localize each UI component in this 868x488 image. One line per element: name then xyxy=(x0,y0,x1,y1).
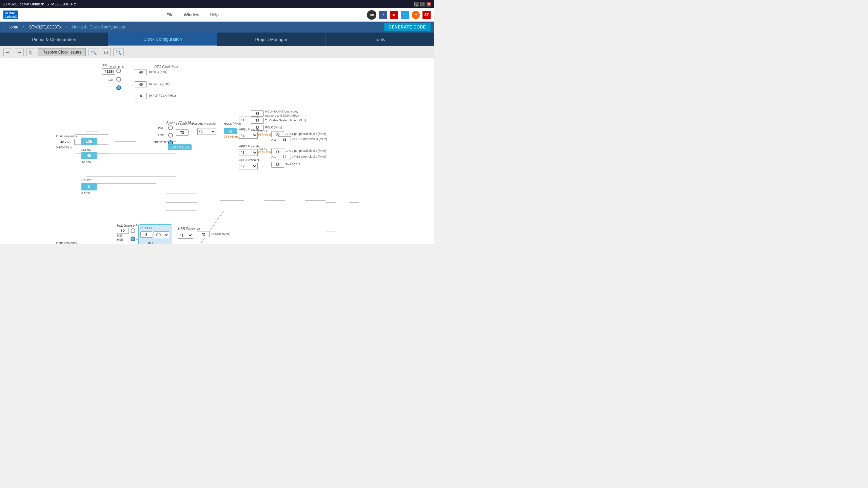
to-flitfclk-box[interactable]: 8 xyxy=(135,93,147,99)
apb1-timer-x2: X 2 xyxy=(271,138,276,141)
cortex-label: To Cortex System timer (MHz) xyxy=(265,119,306,122)
undo-button[interactable]: ↩ xyxy=(3,48,12,56)
main-content: RTC Clock Mux Input frequency 32.768 0-1… xyxy=(0,58,434,244)
adc-box[interactable]: 36 xyxy=(271,162,284,168)
lsi-rc-label: LSI RC xyxy=(81,148,91,151)
hsi-mhz: 8 MHz xyxy=(81,191,90,195)
sys-mux-hse[interactable] xyxy=(168,133,173,138)
window-controls[interactable]: _ □ ✕ xyxy=(414,2,431,6)
pll-mul-value[interactable]: 8 xyxy=(140,231,152,238)
to-flitfclk-label: To FLITFCLK (MHz) xyxy=(149,94,176,97)
window-title: STM32CubeMX Untitled*: STM32F103C8Tx xyxy=(3,2,76,6)
refresh-button[interactable]: ↻ xyxy=(26,48,35,56)
apb1-prescaler-label: APB1 Prescaler xyxy=(239,128,261,131)
hclk-label: HCLK (MHz) xyxy=(224,122,241,125)
resolve-clock-button[interactable]: Resolve Clock Issues xyxy=(38,48,86,56)
lsi-rc-box: 40 xyxy=(81,152,97,159)
hsi-pll-label: HSI xyxy=(117,234,122,237)
usb-label: To USB (MHz) xyxy=(211,232,231,236)
title-bar: STM32CubeMX Untitled*: STM32F103C8Tx _ □… xyxy=(0,0,434,8)
apb2-timer-x1: X 1 xyxy=(271,155,276,158)
help-menu[interactable]: Help xyxy=(210,12,219,17)
rtc-mux-label: RTC Clock Mux xyxy=(154,65,178,69)
stm32-logo: STM32CubeMX xyxy=(3,11,18,19)
enable-css-button[interactable]: Enable CSS xyxy=(168,144,192,150)
tab-bar: Pinout & Configuration Clock Configurati… xyxy=(0,33,434,46)
chip-breadcrumb[interactable]: STM32F103C8Tx xyxy=(25,23,65,31)
hsi-sys-label: HSI xyxy=(158,126,163,129)
apb1-prescaler-select[interactable]: / 2 xyxy=(239,132,258,139)
lse-freq-input[interactable]: 32.768 xyxy=(56,139,75,145)
rtc-lsi-label: LSI xyxy=(108,78,113,81)
st-icon[interactable]: ST xyxy=(422,11,431,19)
usb-out-box[interactable]: 72 xyxy=(197,231,210,237)
fclk-label: FCLK (MHz) xyxy=(265,126,282,129)
redo-button[interactable]: ↪ xyxy=(15,48,24,56)
apb1-periph-label: APB1 peripheral clocks (MHz) xyxy=(285,132,326,136)
zoom-in-button[interactable]: 🔍 xyxy=(88,48,99,56)
facebook-icon[interactable]: f xyxy=(379,11,387,19)
usb-prescaler-label: USB Prescaler xyxy=(178,227,200,231)
menu-bar: STM32CubeMX File Window Help 10) f ▶ 🐦 ✦… xyxy=(0,8,434,22)
to-iwdg-box[interactable]: 40 xyxy=(135,81,147,87)
hse-input-freq-label: Input frequency xyxy=(56,241,77,244)
hclk-ahb-box[interactable]: 72 xyxy=(251,110,264,117)
apb1-timer-box[interactable]: 72 xyxy=(278,136,291,142)
pll-box: *PLLMul 8 X 9 PLL xyxy=(138,224,172,244)
apb1-timer-label: APB1 Timer clocks (MHz) xyxy=(292,137,327,141)
diagram-lines xyxy=(54,62,380,244)
window-menu[interactable]: Window xyxy=(184,12,199,17)
hclk-box[interactable]: 72 xyxy=(224,128,237,134)
network-icon[interactable]: ✦ xyxy=(412,11,420,19)
zoom-out-button[interactable]: 🔍 xyxy=(113,48,124,56)
twitter-icon[interactable]: 🐦 xyxy=(401,11,409,19)
sys-mux-hsi[interactable] xyxy=(168,125,173,130)
rtc-mux-lse[interactable] xyxy=(116,77,121,82)
generate-code-button[interactable]: GENERATE CODE xyxy=(384,23,431,31)
rtc-mux-hse[interactable] xyxy=(116,68,121,73)
page-breadcrumb[interactable]: Untitled - Clock Configuration xyxy=(68,23,129,31)
tab-clock[interactable]: Clock Configuration xyxy=(108,33,217,46)
adc-prescaler-select[interactable]: / 2 xyxy=(239,163,258,169)
pclk2-box[interactable]: 72 xyxy=(271,148,284,154)
pll-mul-select[interactable]: X 9 xyxy=(154,231,169,238)
usb-prescaler-select[interactable]: / 1 xyxy=(178,232,193,239)
pllclk-sys-label: PLLCLK xyxy=(155,141,166,144)
youtube-icon[interactable]: ▶ xyxy=(390,11,398,19)
hclk-ahb-label2: memory and DMA (MHz) xyxy=(265,114,299,117)
pll-mul-label: *PLLMul xyxy=(140,226,152,230)
tab-tools[interactable]: Tools xyxy=(326,33,434,46)
hclk-ahb-label: HCLK to AHB bus, core, xyxy=(265,110,298,113)
ahb-prescaler-select[interactable]: / 1 xyxy=(197,128,216,135)
close-button[interactable]: ✕ xyxy=(427,2,431,6)
sysclk-label: SYSCLK (MHz) xyxy=(176,122,197,125)
to-rtc-box[interactable]: 40 xyxy=(135,69,147,75)
minimize-button[interactable]: _ xyxy=(414,2,419,6)
version-badge: 10) xyxy=(367,10,376,20)
restore-button[interactable]: □ xyxy=(420,2,425,6)
breadcrumb-arrow-1: › xyxy=(23,25,24,29)
file-menu[interactable]: File xyxy=(166,12,174,17)
to-rtc-label: To RTC (KHz) xyxy=(149,70,167,74)
pll-mux-hsi[interactable] xyxy=(131,228,135,233)
sysclk-box[interactable]: 72 xyxy=(176,129,189,136)
clock-diagram: RTC Clock Mux Input frequency 32.768 0-1… xyxy=(54,62,380,244)
cortex-box[interactable]: 72 xyxy=(251,118,264,124)
tab-pinout[interactable]: Pinout & Configuration xyxy=(0,33,108,46)
clock-canvas[interactable]: RTC Clock Mux Input frequency 32.768 0-1… xyxy=(0,58,434,244)
lse-freq-range: 0-1000 KHz xyxy=(56,146,72,149)
pll-mux-hse[interactable] xyxy=(131,237,135,241)
apb2-prescaler-label: APB2 Prescaler xyxy=(239,145,261,148)
pll-label: PLL xyxy=(148,242,154,244)
pclk1-label: PCLK1 xyxy=(258,129,268,133)
apb2-timer-box[interactable]: 72 xyxy=(278,154,291,160)
hsi-rc-label: HSI RC xyxy=(81,179,92,182)
hse-line-label: HSE xyxy=(102,63,108,67)
home-breadcrumb[interactable]: Home xyxy=(3,23,22,31)
tab-project[interactable]: Project Manager xyxy=(217,33,326,46)
fit-button[interactable]: ⊡ xyxy=(102,48,111,56)
breadcrumb: Home › STM32F103C8Tx › Untitled - Clock … xyxy=(0,22,434,33)
menu-items: File Window Help xyxy=(25,12,360,17)
apb2-prescaler-select[interactable]: / 1 xyxy=(239,149,258,156)
rtc-mux-lsi[interactable] xyxy=(116,85,121,90)
